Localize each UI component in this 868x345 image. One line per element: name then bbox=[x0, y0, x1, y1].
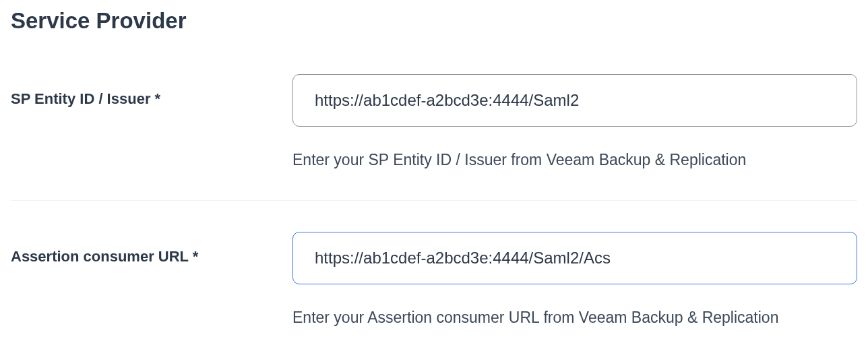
assertion-consumer-url-input[interactable] bbox=[292, 232, 857, 284]
sp-entity-id-label: SP Entity ID / Issuer * bbox=[11, 90, 160, 107]
section-title: Service Provider bbox=[11, 8, 857, 34]
assertion-consumer-url-help: Enter your Assertion consumer URL from V… bbox=[292, 309, 857, 327]
assertion-consumer-url-label: Assertion consumer URL * bbox=[11, 248, 198, 265]
form-row-sp-entity-id: SP Entity ID / Issuer * Enter your SP En… bbox=[11, 74, 857, 201]
sp-entity-id-help: Enter your SP Entity ID / Issuer from Ve… bbox=[292, 151, 857, 169]
sp-entity-id-input[interactable] bbox=[292, 74, 857, 127]
form-row-assertion-consumer-url: Assertion consumer URL * Enter your Asse… bbox=[11, 232, 857, 345]
